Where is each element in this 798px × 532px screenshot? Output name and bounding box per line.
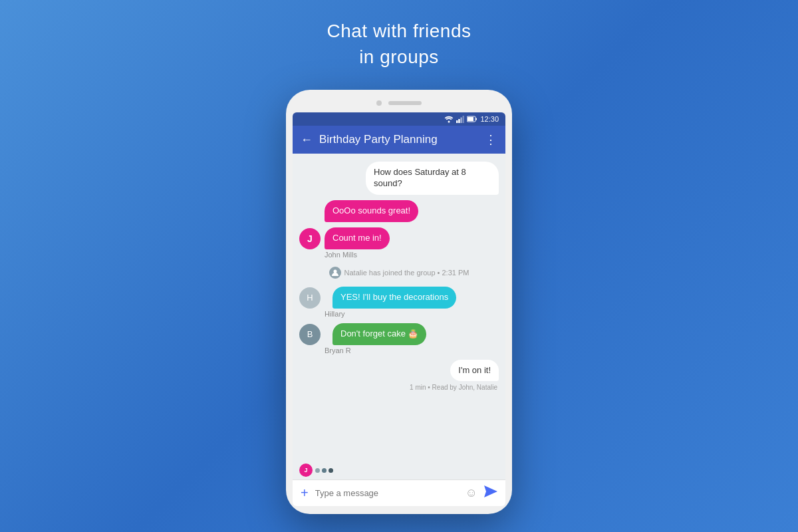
headline-line2: in groups xyxy=(359,47,439,67)
phone-speaker xyxy=(388,101,422,105)
dot-2 xyxy=(322,468,327,473)
status-icons: 12:30 xyxy=(444,115,499,123)
status-time: 12:30 xyxy=(480,115,499,123)
message-row-5: H YES! I'll buy the decorations xyxy=(299,287,499,309)
signal-icon xyxy=(456,116,464,123)
app-bar: ← Birthday Party Planning ⋮ xyxy=(293,126,505,154)
message-row-1: How does Saturday at 8 sound? xyxy=(299,162,499,195)
svg-marker-9 xyxy=(484,485,497,497)
system-message-natalie: Natalie has joined the group • 2:31 PM xyxy=(299,267,499,279)
svg-rect-3 xyxy=(461,117,463,123)
svg-rect-1 xyxy=(456,120,458,123)
svg-rect-7 xyxy=(476,118,477,120)
svg-rect-4 xyxy=(463,116,465,123)
headline-line1: Chat with friends xyxy=(327,21,471,41)
add-button[interactable]: + xyxy=(301,485,309,501)
chat-area: How does Saturday at 8 sound? OoOo sound… xyxy=(293,154,505,460)
typing-dots xyxy=(315,468,333,473)
back-button[interactable]: ← xyxy=(301,133,313,147)
message-row-3: J Count me in! xyxy=(299,227,499,249)
read-receipt: 1 min • Read by John, Natalie xyxy=(299,384,499,391)
message-row-7: I'm on it! xyxy=(299,360,499,382)
input-bar: + ☺ xyxy=(293,479,505,506)
avatar-john-circle: J xyxy=(299,228,321,249)
typing-row: J xyxy=(293,460,505,479)
phone-shell: 12:30 ← Birthday Party Planning ⋮ How do… xyxy=(286,90,512,514)
dot-3 xyxy=(329,468,333,473)
send-button[interactable] xyxy=(484,485,497,501)
dot-1 xyxy=(315,468,320,473)
message-group-bryan: B Don't forget cake 🎂 Bryan R xyxy=(299,323,499,354)
sender-name-hillary: Hillary xyxy=(325,310,499,318)
bubble-6: Don't forget cake 🎂 xyxy=(332,323,426,345)
sender-name-john: John Mills xyxy=(325,251,499,259)
svg-point-8 xyxy=(333,269,336,273)
message-input[interactable] xyxy=(315,488,459,498)
phone-top-bar xyxy=(293,100,505,112)
emoji-button[interactable]: ☺ xyxy=(466,486,477,500)
message-row-2: OoOo sounds great! xyxy=(299,200,499,222)
more-options-button[interactable]: ⋮ xyxy=(485,132,497,147)
battery-icon xyxy=(467,116,477,122)
svg-rect-2 xyxy=(459,119,461,123)
natalie-system-avatar xyxy=(329,267,341,279)
svg-point-0 xyxy=(448,120,450,122)
sender-name-bryan: Bryan R xyxy=(325,346,499,354)
avatar-hillary: H xyxy=(299,287,321,309)
phone-screen: 12:30 ← Birthday Party Planning ⋮ How do… xyxy=(293,112,505,506)
phone-camera xyxy=(376,100,382,106)
bubble-3: Count me in! xyxy=(325,227,390,249)
bubble-2: OoOo sounds great! xyxy=(325,200,418,222)
chat-title: Birthday Party Planning xyxy=(319,133,478,146)
typing-avatar: J xyxy=(299,464,313,477)
svg-rect-6 xyxy=(467,117,473,121)
bubble-1: How does Saturday at 8 sound? xyxy=(366,162,499,195)
status-bar: 12:30 xyxy=(293,112,505,126)
message-group-hillary: H YES! I'll buy the decorations Hillary xyxy=(299,287,499,318)
message-group-john: J Count me in! John Mills xyxy=(299,227,499,259)
page-headline: Chat with friends in groups xyxy=(327,18,471,70)
bubble-7: I'm on it! xyxy=(450,360,499,382)
avatar-bryan: B xyxy=(299,324,321,345)
message-row-6: B Don't forget cake 🎂 xyxy=(299,323,499,345)
wifi-icon xyxy=(444,116,454,123)
bubble-5: YES! I'll buy the decorations xyxy=(332,287,456,309)
